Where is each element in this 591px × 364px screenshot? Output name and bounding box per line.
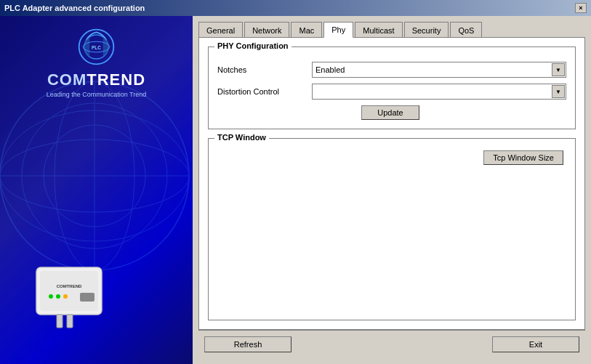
brand-logo-icon: PLC xyxy=(76,27,116,67)
tab-qos[interactable]: QoS xyxy=(450,22,482,38)
svg-point-15 xyxy=(49,294,53,299)
tab-phy[interactable]: Phy xyxy=(323,22,353,38)
svg-text:PLC: PLC xyxy=(92,45,101,50)
svg-point-16 xyxy=(56,294,60,299)
distortion-label: Distortion Control xyxy=(217,87,312,96)
window-title: PLC Adapter advanced configuration xyxy=(4,4,145,12)
tab-bar: General Network Mac Phy Multicast Securi… xyxy=(198,22,585,38)
svg-text:COMTREND: COMTREND xyxy=(57,284,82,288)
close-button[interactable]: × xyxy=(575,3,587,13)
svg-rect-19 xyxy=(57,315,63,328)
tcp-window-group: TCP Window Tcp Window Size xyxy=(208,138,576,320)
distortion-control: ▼ xyxy=(312,84,566,100)
device-illustration: COMTREND xyxy=(22,246,124,342)
notches-select[interactable]: Enabled Disabled xyxy=(312,62,566,78)
notches-row: Notches Enabled Disabled ▼ xyxy=(217,62,566,78)
distortion-select-wrapper: ▼ xyxy=(312,84,566,100)
phy-config-legend: PHY Configuration xyxy=(214,41,292,50)
notches-control: Enabled Disabled ▼ xyxy=(312,62,566,78)
distortion-row: Distortion Control ▼ xyxy=(217,84,566,100)
distortion-select[interactable] xyxy=(312,84,566,100)
brand-name: COMTREND xyxy=(47,70,145,89)
tcp-window-legend: TCP Window xyxy=(214,133,269,142)
tcp-content: Tcp Window Size xyxy=(217,145,566,171)
logo-area: PLC COMTREND Leading the Communication T… xyxy=(47,27,147,98)
bottom-bar: Refresh Exit xyxy=(198,330,585,358)
title-bar: PLC Adapter advanced configuration × xyxy=(0,0,591,16)
left-panel: PLC COMTREND Leading the Communication T… xyxy=(0,16,193,364)
notches-label: Notches xyxy=(217,65,312,74)
brand-trend: TREND xyxy=(87,70,145,89)
svg-rect-18 xyxy=(80,293,95,302)
window-controls: × xyxy=(575,3,587,13)
update-button[interactable]: Update xyxy=(361,105,419,120)
svg-point-17 xyxy=(63,294,68,299)
tab-multicast[interactable]: Multicast xyxy=(355,22,402,38)
right-panel: General Network Mac Phy Multicast Securi… xyxy=(193,16,591,364)
main-container: PLC COMTREND Leading the Communication T… xyxy=(0,16,591,364)
tab-mac[interactable]: Mac xyxy=(291,22,322,38)
tab-general[interactable]: General xyxy=(198,22,243,38)
tcp-window-size-button[interactable]: Tcp Window Size xyxy=(483,150,563,165)
refresh-button[interactable]: Refresh xyxy=(204,336,292,352)
tab-network[interactable]: Network xyxy=(244,22,289,38)
content-area: PHY Configuration Notches Enabled Disabl… xyxy=(198,37,585,330)
phy-config-group: PHY Configuration Notches Enabled Disabl… xyxy=(208,46,576,129)
exit-button[interactable]: Exit xyxy=(492,336,579,352)
brand-tagline: Leading the Communication Trend xyxy=(47,91,147,98)
brand-com: COM xyxy=(47,70,87,89)
tab-security[interactable]: Security xyxy=(404,22,449,38)
svg-rect-13 xyxy=(40,271,98,311)
svg-rect-20 xyxy=(67,315,73,328)
device-svg: COMTREND xyxy=(22,246,124,340)
notches-select-wrapper: Enabled Disabled ▼ xyxy=(312,62,566,78)
